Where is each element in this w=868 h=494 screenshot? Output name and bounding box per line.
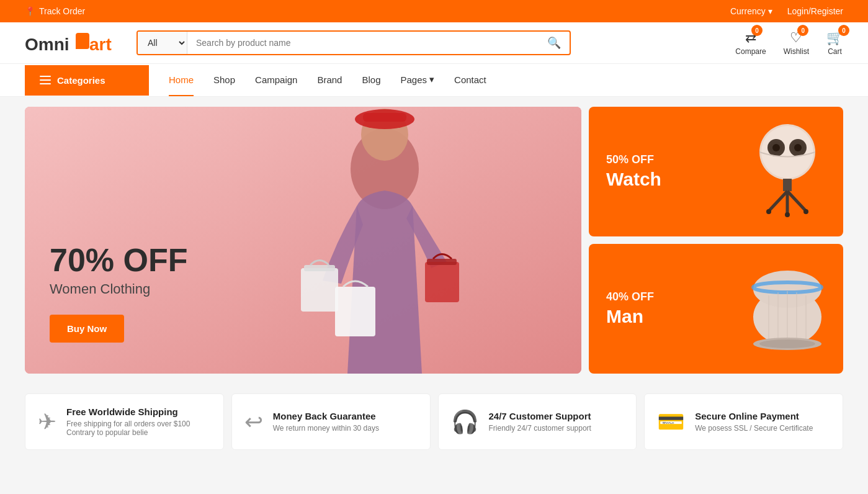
headset-icon: 🎧 — [451, 409, 479, 435]
top-bar-right: Currency ▾ Login/Register — [730, 6, 843, 16]
svg-point-27 — [803, 209, 808, 214]
svg-rect-8 — [301, 268, 338, 312]
svg-rect-21 — [783, 179, 792, 191]
search-category-select[interactable]: All — [138, 32, 187, 54]
promo-card-man[interactable]: 40% OFF Man — [589, 244, 843, 374]
svg-text:Omni: Omni — [25, 35, 69, 54]
logo-svg: Omni art — [25, 30, 112, 55]
cart-icon: 🛒 0 — [826, 30, 843, 46]
search-input[interactable] — [187, 32, 539, 54]
nav-links: Home Shop Campaign Brand Blog Pages ▾ Co… — [149, 64, 506, 96]
cart-badge: 0 — [838, 25, 849, 36]
feature-payment: 💳 Secure Online Payment We posess SSL / … — [644, 393, 843, 450]
return-icon: ↩ — [244, 409, 263, 435]
categories-button[interactable]: Categories — [25, 65, 149, 96]
feature-moneyback-title: Money Back Guarantee — [273, 411, 379, 421]
feature-support-desc: Friendly 24/7 customer support — [489, 424, 591, 433]
logo-link[interactable]: Omni art — [25, 30, 124, 55]
nav-brand[interactable]: Brand — [317, 65, 342, 96]
feature-support-title: 24/7 Customer Support — [489, 411, 591, 421]
feature-payment-text: Secure Online Payment We posess SSL / Se… — [695, 411, 813, 433]
hamburger-icon — [40, 76, 51, 84]
track-order-link[interactable]: 📍 Track Order — [25, 6, 85, 16]
header-actions: ⇄ 0 Compare ♡ 0 Wishlist 🛒 0 Cart — [735, 30, 843, 56]
hero-discount-text: 70% OFF — [50, 244, 188, 276]
search-button[interactable]: 🔍 — [539, 32, 570, 54]
compare-icon: ⇄ 0 — [745, 30, 756, 46]
categories-label: Categories — [57, 75, 105, 86]
feature-payment-desc: We posess SSL / Secure Certificate — [695, 424, 813, 433]
feature-moneyback-desc: We return money within 30 days — [273, 424, 379, 433]
nav-shop[interactable]: Shop — [213, 65, 235, 96]
hero-subtitle-text: Women Clothing — [50, 281, 188, 297]
location-icon: 📍 — [25, 6, 35, 16]
svg-rect-7 — [363, 113, 406, 122]
svg-point-17 — [772, 144, 780, 151]
cart-button[interactable]: 🛒 0 Cart — [826, 30, 843, 56]
cart-label: Cart — [828, 47, 842, 56]
chevron-down-icon: ▾ — [768, 6, 772, 16]
feature-payment-title: Secure Online Payment — [695, 411, 813, 421]
promo-watch-image — [738, 118, 837, 230]
feature-shipping-desc: Free shipping for all orders over $100 C… — [66, 420, 211, 437]
feature-support-text: 24/7 Customer Support Friendly 24/7 cust… — [489, 411, 591, 433]
search-icon: 🔍 — [547, 37, 561, 49]
nav-blog[interactable]: Blog — [362, 65, 380, 96]
login-register-link[interactable]: Login/Register — [787, 6, 843, 16]
hero-banner: 70% OFF Women Clothing Buy Now — [25, 107, 581, 374]
svg-point-25 — [766, 209, 771, 214]
svg-rect-9 — [304, 265, 335, 271]
compare-button[interactable]: ⇄ 0 Compare — [735, 30, 766, 56]
buy-now-button[interactable]: Buy Now — [50, 315, 124, 343]
hero-section: 70% OFF Women Clothing Buy Now 50% OFF W… — [0, 97, 868, 384]
svg-text:art: art — [89, 35, 112, 54]
feature-support: 🎧 24/7 Customer Support Friendly 24/7 cu… — [438, 393, 637, 450]
feature-moneyback: ↩ Money Back Guarantee We return money w… — [231, 393, 431, 450]
top-bar: 📍 Track Order Currency ▾ Login/Register — [0, 0, 868, 22]
feature-shipping: ✈ Free Worldwide Shipping Free shipping … — [25, 393, 224, 450]
nav-contact[interactable]: Contact — [454, 65, 486, 96]
plane-icon: ✈ — [38, 409, 56, 435]
feature-shipping-title: Free Worldwide Shipping — [66, 406, 211, 417]
wishlist-label: Wishlist — [784, 47, 809, 56]
hero-content: 70% OFF Women Clothing Buy Now — [25, 219, 213, 374]
svg-line-24 — [787, 191, 806, 211]
compare-label: Compare — [735, 47, 766, 56]
currency-label: Currency — [730, 6, 766, 16]
chevron-down-icon: ▾ — [429, 74, 434, 85]
wishlist-icon: ♡ 0 — [790, 30, 802, 46]
svg-line-22 — [769, 191, 787, 211]
svg-rect-11 — [427, 259, 457, 265]
navigation: Categories Home Shop Campaign Brand Blog… — [0, 64, 868, 97]
promo-card-watch[interactable]: 50% OFF Watch — [589, 107, 843, 236]
compare-badge: 0 — [751, 25, 763, 36]
wishlist-button[interactable]: ♡ 0 Wishlist — [784, 30, 809, 56]
feature-shipping-text: Free Worldwide Shipping Free shipping fo… — [66, 406, 211, 437]
svg-point-20 — [794, 144, 802, 151]
nav-home[interactable]: Home — [169, 65, 194, 96]
svg-point-26 — [785, 212, 790, 217]
feature-moneyback-text: Money Back Guarantee We return money wit… — [273, 411, 379, 433]
search-bar: All 🔍 — [136, 30, 571, 55]
payment-icon: 💳 — [657, 409, 685, 435]
features-section: ✈ Free Worldwide Shipping Free shipping … — [0, 384, 868, 460]
promo-man-image — [738, 255, 837, 367]
svg-rect-12 — [335, 287, 375, 336]
nav-campaign[interactable]: Campaign — [255, 65, 297, 96]
nav-pages[interactable]: Pages ▾ — [401, 64, 435, 96]
currency-button[interactable]: Currency ▾ — [730, 6, 772, 16]
svg-rect-10 — [425, 262, 459, 302]
wishlist-badge: 0 — [797, 25, 808, 36]
hero-side-cards: 50% OFF Watch — [589, 107, 843, 374]
track-order-label: Track Order — [39, 6, 85, 16]
svg-point-37 — [759, 339, 815, 348]
header: Omni art All 🔍 ⇄ 0 Compare ♡ 0 — [0, 22, 868, 64]
